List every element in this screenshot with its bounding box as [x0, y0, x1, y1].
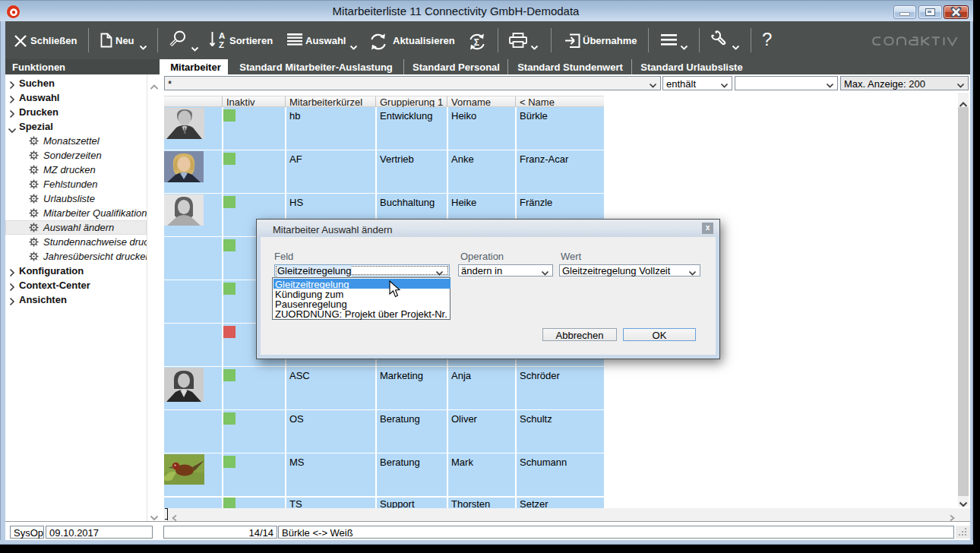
svg-text:A: A [219, 31, 225, 40]
svg-text:Σ: Σ [474, 37, 479, 48]
svg-text:Z: Z [219, 40, 224, 49]
